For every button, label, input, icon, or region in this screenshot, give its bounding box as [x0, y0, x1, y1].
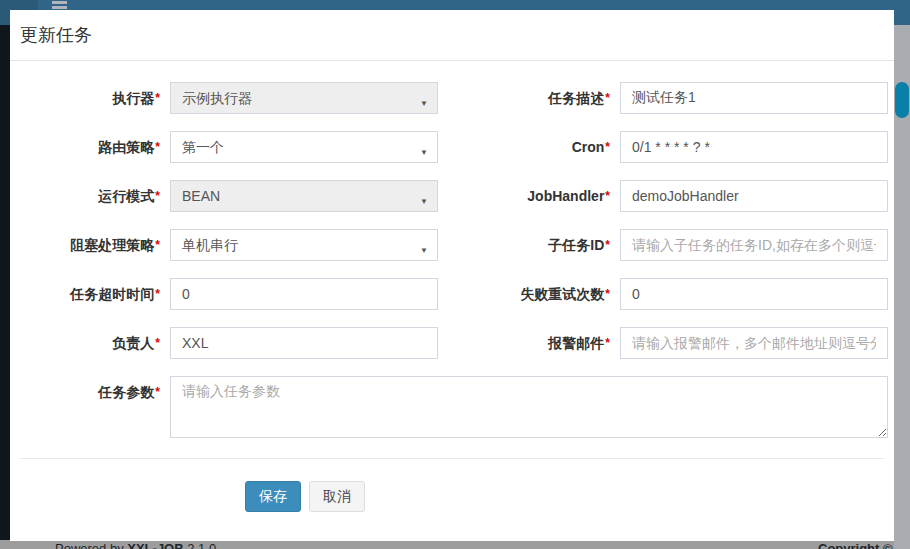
form-row: 执行器* 示例执行器▼ 任务描述*	[10, 82, 894, 114]
required-mark: *	[155, 238, 160, 252]
fail-retry-label: 失败重试次数*	[390, 278, 610, 310]
form-row: 任务超时时间* 失败重试次数*	[10, 278, 894, 310]
footer-separator	[20, 458, 884, 459]
alarm-email-input[interactable]	[620, 327, 888, 359]
cron-label: Cron*	[390, 131, 610, 163]
alarm-email-label: 报警邮件*	[390, 327, 610, 359]
required-mark: *	[605, 91, 610, 105]
form-row: 负责人* 报警邮件*	[10, 327, 894, 359]
timeout-label: 任务超时时间*	[10, 278, 160, 310]
scrollbar-thumb[interactable]	[895, 82, 909, 118]
update-task-modal: 更新任务 执行器* 示例执行器▼ 任务描述* 路由策略* 第一个▼ Cron* …	[10, 10, 894, 541]
block-strategy-label: 阻塞处理策略*	[10, 229, 160, 261]
required-mark: *	[155, 287, 160, 301]
author-label: 负责人*	[10, 327, 160, 359]
cron-input[interactable]	[620, 131, 888, 163]
form-row: 运行模式* BEAN▼ JobHandler*	[10, 180, 894, 212]
form-row: 路由策略* 第一个▼ Cron*	[10, 131, 894, 163]
required-mark: *	[155, 140, 160, 154]
job-param-label: 任务参数*	[10, 376, 160, 408]
required-mark: *	[155, 91, 160, 105]
update-task-form: 执行器* 示例执行器▼ 任务描述* 路由策略* 第一个▼ Cron* 运行模式*…	[10, 62, 894, 541]
required-mark: *	[155, 189, 160, 203]
required-mark: *	[155, 336, 160, 350]
required-mark: *	[605, 140, 610, 154]
form-row: 任务参数*	[10, 376, 894, 438]
scrollbar-header-cap	[894, 0, 910, 25]
modal-title: 更新任务	[20, 23, 92, 47]
required-mark: *	[605, 336, 610, 350]
modal-header: 更新任务	[10, 10, 894, 61]
modal-actions: 保存 取消	[245, 481, 365, 512]
form-row: 阻塞处理策略* 单机串行▼ 子任务ID*	[10, 229, 894, 261]
child-jobid-input[interactable]	[620, 229, 888, 261]
required-mark: *	[605, 287, 610, 301]
fail-retry-input[interactable]	[620, 278, 888, 310]
save-button[interactable]: 保存	[245, 481, 301, 512]
job-desc-input[interactable]	[620, 82, 888, 114]
job-desc-label: 任务描述*	[390, 82, 610, 114]
job-handler-input[interactable]	[620, 180, 888, 212]
required-mark: *	[155, 385, 160, 399]
brand-name: XXL-JOB	[127, 541, 183, 549]
page-footer: Powered by XXL-JOB 2.1.0 Copyright © 2	[0, 540, 894, 549]
powered-by-text: Powered by XXL-JOB 2.1.0	[55, 541, 216, 549]
executor-label: 执行器*	[10, 82, 160, 114]
required-mark: *	[605, 189, 610, 203]
required-mark: *	[605, 238, 610, 252]
cancel-button[interactable]: 取消	[309, 481, 365, 512]
scrollbar-track[interactable]	[894, 0, 910, 549]
job-param-textarea[interactable]	[170, 376, 888, 438]
glue-type-label: 运行模式*	[10, 180, 160, 212]
child-jobid-label: 子任务ID*	[390, 229, 610, 261]
route-strategy-label: 路由策略*	[10, 131, 160, 163]
copyright-text: Copyright © 2	[818, 541, 903, 549]
job-handler-label: JobHandler*	[390, 180, 610, 212]
